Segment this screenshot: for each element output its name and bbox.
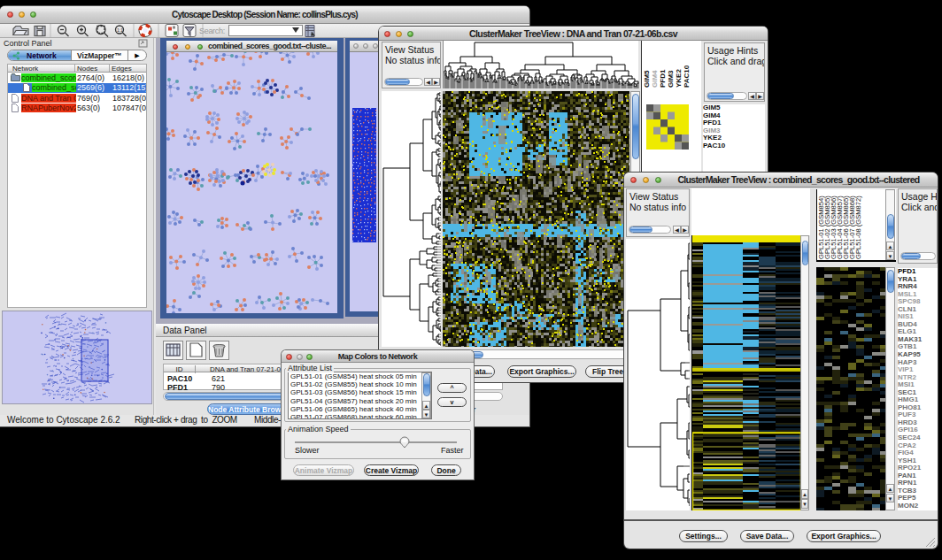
svg-text:GIM4: GIM4 [651, 70, 659, 88]
svg-text:1:1: 1:1 [117, 27, 123, 33]
svg-text:PAC10: PAC10 [683, 65, 691, 88]
svg-text:GIM5: GIM5 [643, 70, 651, 88]
svg-text:PFD1: PFD1 [659, 69, 667, 88]
svg-text:GIM3: GIM3 [667, 70, 675, 88]
svg-text:GPL51-08 (GSM872): GPL51-08 (GSM872) [854, 196, 862, 259]
svg-text:YKE2: YKE2 [675, 69, 683, 88]
